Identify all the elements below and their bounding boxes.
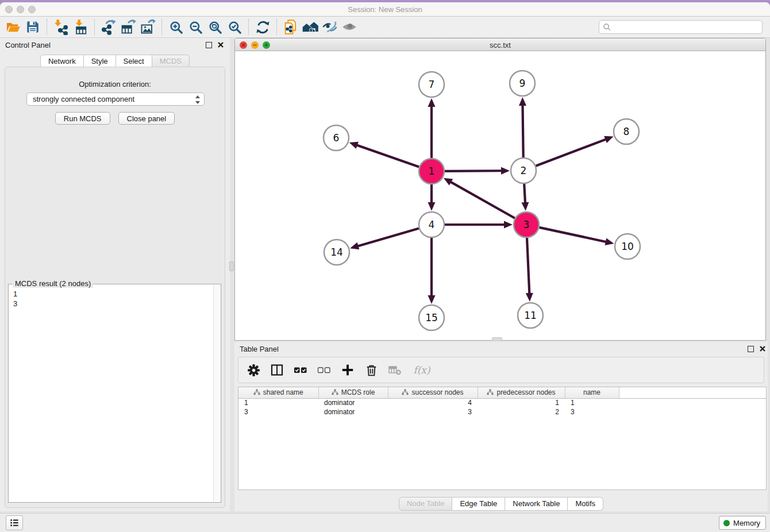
delete-table-button [386, 360, 404, 380]
split-divider-handle[interactable] [229, 261, 234, 271]
close-table-panel-icon[interactable] [759, 345, 766, 352]
zoom-out-button[interactable] [186, 17, 205, 37]
search-icon [603, 23, 611, 32]
save-session-button[interactable] [23, 17, 43, 37]
memory-status-icon [723, 520, 730, 526]
edge-arrowhead [526, 293, 533, 302]
result-scrollbar[interactable] [213, 285, 220, 502]
node-label-9: 9 [519, 78, 526, 89]
node-label-14: 14 [330, 246, 343, 258]
clone-network-button[interactable] [281, 17, 301, 37]
cell-mcds-role[interactable]: dominator [318, 398, 388, 407]
column-label: name [583, 388, 600, 396]
edge-1-2[interactable] [445, 171, 502, 171]
table-row[interactable]: 3dominator323 [238, 407, 766, 417]
cell-mcds-role[interactable]: dominator [318, 407, 388, 417]
toolbar-separator [276, 19, 277, 35]
task-history-button[interactable] [6, 515, 23, 530]
cell-predecessor-nodes[interactable]: 1 [478, 398, 565, 407]
attribute-tree-icon [332, 389, 338, 395]
open-session-button[interactable] [3, 17, 23, 37]
column-header-mcds-role[interactable]: MCDS role [318, 387, 388, 398]
run-mcds-button[interactable]: Run MCDS [55, 112, 110, 125]
table-options-button[interactable] [244, 360, 263, 380]
column-label: predecessor nodes [496, 388, 555, 396]
edge-2-9[interactable] [522, 105, 523, 157]
column-header-predecessor-nodes[interactable]: predecessor nodes [478, 387, 565, 398]
zoom-selected-button[interactable] [225, 17, 244, 37]
search-input[interactable] [611, 21, 762, 33]
network-view-window: scc.txt 1234678910111415 [234, 38, 766, 341]
node-label-4: 4 [429, 219, 435, 230]
cell-successor-nodes[interactable]: 4 [388, 398, 478, 407]
node-label-8: 8 [623, 126, 630, 137]
network-resize-handle[interactable] [492, 337, 502, 341]
column-header-successor-nodes[interactable]: successor nodes [388, 387, 478, 398]
criterion-dropdown[interactable]: strongly connected component [26, 92, 205, 106]
edge-2-8[interactable] [536, 139, 607, 166]
zoom-in-button[interactable] [166, 17, 186, 37]
open-folder-icon [5, 19, 21, 35]
cell-name[interactable]: 1 [565, 398, 619, 407]
show-hidden-button[interactable] [340, 17, 359, 37]
node-label-3: 3 [523, 219, 530, 230]
mcds-result-text[interactable]: 13 [9, 287, 213, 502]
tab-motifs[interactable]: Motifs [568, 497, 603, 511]
delete-column-button[interactable] [362, 360, 380, 380]
show-all-networks-button[interactable] [301, 17, 320, 37]
node-table-grid[interactable]: shared nameMCDS rolesuccessor nodesprede… [238, 387, 766, 417]
edge-3-11[interactable] [527, 238, 529, 294]
edge-arrowhead [504, 221, 513, 229]
edge-1-6[interactable] [356, 145, 419, 167]
memory-button[interactable]: Memory [719, 516, 766, 530]
edge-4-14[interactable] [357, 228, 419, 246]
deselect-all-button[interactable] [315, 360, 333, 380]
import-table-button[interactable] [71, 17, 90, 37]
search-field[interactable] [599, 20, 763, 34]
export-network-icon [101, 19, 117, 35]
add-column-button[interactable] [338, 360, 357, 380]
tab-node-table[interactable]: Node Table [399, 497, 453, 511]
edge-3-1[interactable] [450, 182, 515, 218]
cell-successor-nodes[interactable]: 3 [388, 407, 478, 417]
cell-predecessor-nodes[interactable]: 2 [478, 407, 565, 417]
fx-icon: f(x) [413, 364, 430, 376]
close-panel-button[interactable]: Close panel [118, 112, 175, 125]
control-panel-title: Control Panel [5, 41, 51, 49]
float-table-panel-icon[interactable] [748, 346, 754, 352]
column-header-name[interactable]: name [565, 387, 619, 398]
criterion-value: strongly connected component [33, 95, 134, 103]
node-label-1: 1 [429, 165, 435, 177]
zoom-selected-icon [227, 20, 242, 35]
column-header-shared-name[interactable]: shared name [238, 387, 318, 398]
edge-arrowhead [428, 295, 436, 304]
mcds-panel: Optimization criterion: strongly connect… [5, 67, 225, 508]
hide-selected-button[interactable] [320, 17, 340, 37]
network-graph: 1234678910111415 [235, 51, 765, 341]
export-network-button[interactable] [99, 17, 118, 37]
import-network-button[interactable] [51, 17, 71, 37]
table-panel: Table Panel [234, 342, 768, 511]
show-eye-icon [341, 19, 357, 35]
apply-layout-button[interactable] [253, 17, 272, 37]
cell-name[interactable]: 3 [565, 407, 619, 417]
export-image-button[interactable] [138, 17, 157, 37]
tab-edge-table[interactable]: Edge Table [452, 497, 505, 511]
edge-2-3[interactable] [524, 184, 525, 203]
cell-shared-name[interactable]: 1 [238, 398, 318, 407]
edge-arrowhead [521, 202, 529, 211]
close-panel-icon[interactable] [217, 41, 224, 48]
cell-shared-name[interactable]: 3 [238, 407, 318, 417]
select-all-button[interactable] [291, 360, 310, 380]
show-columns-button[interactable] [268, 360, 286, 380]
tab-network-table[interactable]: Network Table [505, 497, 568, 511]
network-canvas[interactable]: 1234678910111415 [235, 51, 765, 341]
export-table-button[interactable] [118, 17, 138, 37]
edge-3-10[interactable] [539, 228, 606, 242]
float-panel-icon[interactable] [206, 42, 212, 48]
control-panel-header: Control Panel [0, 38, 230, 52]
hide-eye-icon [322, 19, 338, 35]
zoom-fit-button[interactable] [205, 17, 225, 37]
network-view-title: scc.txt [235, 41, 765, 49]
table-row[interactable]: 1dominator411 [238, 398, 766, 407]
